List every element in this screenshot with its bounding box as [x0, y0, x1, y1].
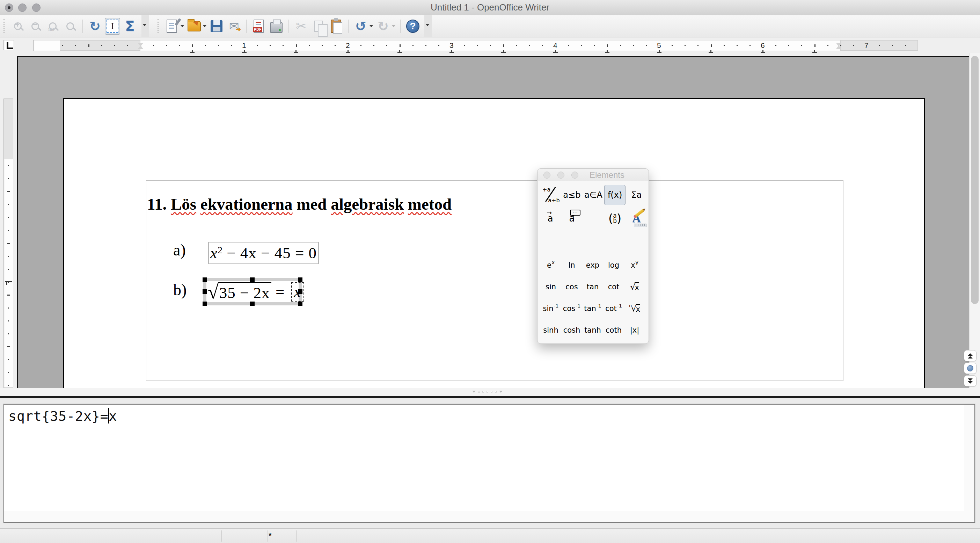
pdf-icon: PDF	[253, 19, 264, 33]
next-page-button[interactable]	[964, 375, 977, 387]
function-ln[interactable]: ln	[561, 255, 582, 276]
selection-handle[interactable]	[202, 277, 207, 282]
help-button[interactable]: ?	[405, 18, 420, 35]
function-x^y[interactable]: xy	[624, 255, 645, 276]
category-others[interactable]: a···	[561, 208, 583, 229]
email-document-button[interactable]: ✉➜	[226, 18, 242, 35]
selection-handle[interactable]	[202, 301, 207, 306]
save-floppy-icon	[211, 20, 223, 32]
open-button[interactable]	[186, 18, 202, 35]
toolbar-grip[interactable]	[158, 19, 160, 33]
scrollbar-thumb[interactable]	[971, 56, 978, 304]
icon-text: f(x)	[608, 190, 622, 200]
tab-stop-marker	[605, 50, 609, 53]
function-sqrt[interactable]: √x	[624, 276, 645, 298]
toolbar-overflow[interactable]	[424, 15, 432, 37]
zoom-fit-button[interactable]	[62, 18, 78, 35]
tab-type-selector[interactable]	[3, 40, 14, 50]
modified-indicator: *	[269, 531, 272, 540]
function-nth-root[interactable]: n√x	[624, 298, 645, 319]
copy-button[interactable]	[311, 18, 326, 35]
vertical-ruler[interactable]	[3, 99, 13, 388]
zoom-100-button[interactable]: 100	[45, 18, 60, 35]
category-unary-binary-operators[interactable]: +aa+b	[539, 185, 561, 205]
splitter-handle[interactable]	[472, 391, 503, 393]
elements-palette[interactable]: Elements +aa+ba≤ba∈Af(x)Σa a→a···(ab)A e…	[537, 169, 649, 344]
misspelled-word: ekvationerna	[200, 195, 293, 213]
formula-cursor-button[interactable]: I	[105, 18, 120, 35]
page[interactable]: 11. Lös ekvationerna med algebraisk meto…	[63, 98, 925, 388]
paste-button[interactable]	[328, 18, 344, 35]
command-vertical-scrollbar[interactable]	[964, 404, 974, 522]
previous-page-button[interactable]	[964, 350, 977, 361]
palette-close-button[interactable]	[543, 172, 550, 178]
selection-handle[interactable]	[298, 277, 302, 282]
new-document-dropdown[interactable]	[181, 25, 184, 27]
refresh-icon: ↻	[89, 19, 100, 33]
function-cos-inverse[interactable]: cos-1	[561, 298, 582, 319]
save-button[interactable]	[209, 18, 224, 35]
export-pdf-button[interactable]: PDF	[251, 18, 266, 35]
formula-object-b-selected[interactable]: √35 − 2x = x	[203, 278, 302, 306]
function-sinh[interactable]: sinh	[540, 319, 561, 341]
category-functions[interactable]: f(x)	[604, 185, 626, 205]
redo-button[interactable]: ↻	[375, 18, 391, 35]
redo-dropdown[interactable]	[392, 25, 395, 27]
horizontal-ruler[interactable]: 1234567	[33, 40, 918, 51]
print-button[interactable]	[269, 18, 284, 35]
function-abs[interactable]: |x|	[624, 319, 645, 341]
selection-handle[interactable]	[202, 289, 207, 294]
function-cot-inverse[interactable]: cot-1	[603, 298, 624, 319]
function-sin[interactable]: sin	[540, 276, 561, 298]
category-operators[interactable]: Σa	[625, 185, 647, 205]
toolbar-grip[interactable]	[3, 19, 6, 33]
category-attributes[interactable]: a→	[539, 208, 561, 229]
toolbar-overflow[interactable]	[142, 15, 149, 37]
ruler-number: 5	[657, 41, 661, 49]
vertical-scrollbar[interactable]	[969, 53, 980, 388]
palette-minimize-button[interactable]	[557, 172, 565, 178]
function-coth[interactable]: coth	[603, 319, 624, 341]
open-dropdown[interactable]	[203, 25, 207, 27]
title-bar[interactable]: Untitled 1 - OpenOffice Writer	[0, 0, 980, 15]
function-cot[interactable]: cot	[603, 276, 624, 298]
category-formats[interactable]: A	[625, 208, 647, 229]
function-tanh[interactable]: tanh	[582, 319, 603, 341]
zoom-out-button[interactable]	[28, 18, 43, 35]
zoom-in-button[interactable]	[10, 18, 25, 35]
splitter[interactable]	[0, 388, 980, 396]
function-cos[interactable]: cos	[561, 276, 582, 298]
function-tan-inverse[interactable]: tan-1	[582, 298, 603, 319]
function-sin-inverse[interactable]: sin-1	[540, 298, 561, 319]
function-cosh[interactable]: cosh	[561, 319, 582, 341]
selection-handle[interactable]	[250, 277, 255, 282]
refresh-button[interactable]: ↻	[88, 18, 103, 35]
category-brackets[interactable]: (ab)	[604, 208, 626, 229]
category-relations[interactable]: a≤b	[561, 185, 583, 205]
text-frame[interactable]: 11. Lös ekvationerna med algebraisk meto…	[146, 180, 843, 381]
function-exp[interactable]: exp	[582, 255, 603, 276]
navigation-button[interactable]	[964, 363, 977, 374]
formula-command-window[interactable]: sqrt{35-2x}=x	[3, 404, 975, 523]
new-document-button[interactable]	[164, 18, 180, 35]
command-horizontal-scrollbar[interactable]	[4, 511, 964, 522]
selection-handle[interactable]	[298, 301, 302, 306]
undo-dropdown[interactable]	[369, 25, 373, 27]
elements-button[interactable]: Σ	[122, 18, 138, 35]
ruler-tick	[7, 243, 10, 244]
palette-title-bar[interactable]: Elements	[538, 169, 649, 181]
function-tan[interactable]: tan	[582, 276, 603, 298]
formula-command-text[interactable]: sqrt{35-2x}=x	[8, 408, 117, 424]
function-log[interactable]: log	[603, 255, 624, 276]
cut-button[interactable]: ✂	[293, 18, 309, 35]
ruler-tick	[516, 45, 517, 46]
undo-button[interactable]: ↺	[353, 18, 369, 35]
function-e^x[interactable]: ex	[540, 255, 561, 276]
selection-handle[interactable]	[298, 289, 302, 294]
item-label-a: a)	[173, 241, 186, 259]
ruler-tick	[477, 45, 478, 46]
selection-handle[interactable]	[250, 301, 255, 306]
formula-object-a[interactable]: x2 − 4x − 45 = 0	[208, 242, 319, 264]
category-set-operations[interactable]: a∈A	[582, 185, 604, 205]
document-window[interactable]: 11. Lös ekvationerna med algebraisk meto…	[17, 56, 969, 388]
